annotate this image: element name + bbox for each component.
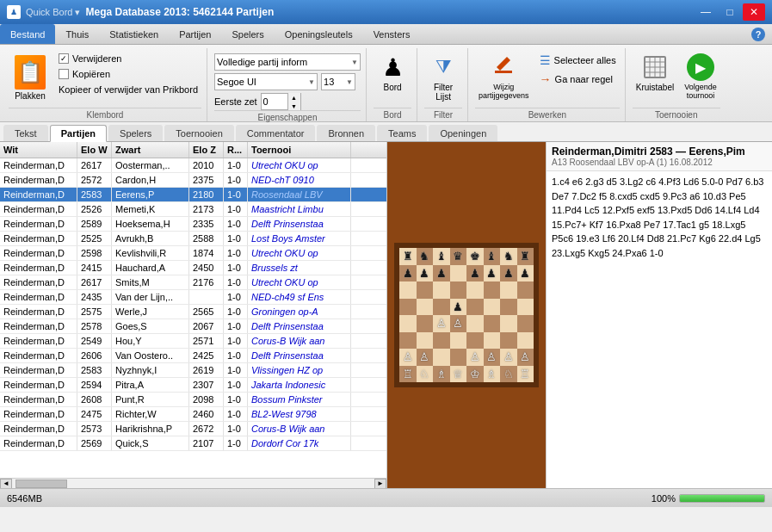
chess-square bbox=[500, 315, 517, 332]
chess-square: ♙ bbox=[466, 349, 484, 366]
table-row[interactable]: Reinderman,D2617Smits,M21761-0Utrecht OK… bbox=[0, 275, 386, 290]
plakken-button[interactable]: 📋 Plakken bbox=[9, 52, 52, 104]
tab-toernooien[interactable]: Toernooien bbox=[164, 125, 233, 141]
chess-square bbox=[466, 281, 484, 299]
table-row[interactable]: Reinderman,D2435Van der Lijn,..1-0NED-ch… bbox=[0, 290, 386, 305]
table-cell: 2565 bbox=[189, 305, 224, 319]
bewerken-col: ☰ Selecteer alles → Ga naar regel bbox=[536, 52, 620, 88]
kopieer-prikbord-button[interactable]: Kopieer of verwijder van Prikbord bbox=[55, 83, 201, 96]
wijzig-button[interactable]: Wijzigpartijgegevens bbox=[475, 52, 533, 102]
menu-thuis[interactable]: Thuis bbox=[55, 24, 99, 44]
help-button[interactable]: ? bbox=[744, 24, 772, 44]
table-row[interactable]: Reinderman,D2475Richter,W24601-0BL2-West… bbox=[0, 407, 386, 422]
spin-up[interactable]: ▲ bbox=[288, 93, 300, 102]
menu-openingsleutels[interactable]: Openingsleutels bbox=[275, 24, 363, 44]
menu-bestand[interactable]: Bestand bbox=[0, 24, 55, 44]
verwijderen-button[interactable]: ✓ Verwijderen bbox=[55, 52, 201, 65]
scroll-thumb[interactable] bbox=[15, 479, 67, 488]
font-row: Segoe UI ▼ 13 ▼ bbox=[214, 73, 355, 90]
table-cell: 2606 bbox=[77, 349, 112, 362]
partij-info-dropdown[interactable]: Volledige partij inform ▼ bbox=[214, 53, 361, 71]
title-bar-left: ♟ Quick Bord ▾ Mega Database 2013: 54621… bbox=[7, 5, 274, 19]
kopieren-button[interactable]: Kopiëren bbox=[55, 67, 201, 81]
tab-partijen[interactable]: Partijen bbox=[50, 125, 107, 142]
filter-lijst-button[interactable]: ⧩ FilterLijst bbox=[424, 52, 462, 103]
eerste-zet-input[interactable] bbox=[262, 96, 287, 107]
table-cell: Oosterman,.. bbox=[112, 158, 189, 172]
tab-commentator[interactable]: Commentator bbox=[236, 125, 316, 141]
bord-button[interactable]: ♟ Bord bbox=[374, 52, 411, 94]
chess-square: ♟ bbox=[433, 265, 450, 282]
kruistabel-button[interactable]: Kruistabel bbox=[633, 52, 677, 94]
chess-square: ♟ bbox=[484, 265, 501, 282]
table-row[interactable]: Reinderman,D2525Avrukh,B25881-0Lost Boys… bbox=[0, 232, 386, 246]
maximize-button[interactable]: □ bbox=[719, 3, 741, 21]
scroll-right[interactable]: ► bbox=[374, 479, 386, 489]
table-cell: 1-0 bbox=[224, 217, 248, 231]
table-row[interactable]: Reinderman,D2578Goes,S20671-0Delft Prins… bbox=[0, 319, 386, 334]
th-wit: Wit bbox=[0, 142, 77, 158]
tab-bronnen[interactable]: Bronnen bbox=[317, 125, 375, 141]
selecteer-alles-button[interactable]: ☰ Selecteer alles bbox=[536, 52, 620, 69]
menu-vensters[interactable]: Vensters bbox=[363, 24, 421, 44]
partij-info-arrow: ▼ bbox=[349, 59, 358, 66]
tab-spelers[interactable]: Spelers bbox=[108, 125, 163, 141]
minimize-button[interactable]: — bbox=[695, 3, 717, 21]
font-dropdown[interactable]: Segoe UI ▼ bbox=[214, 73, 318, 90]
eerste-zet-spin[interactable]: ▲ ▼ bbox=[261, 93, 301, 110]
table-cell: 2608 bbox=[77, 393, 112, 406]
kopieren-checkbox[interactable] bbox=[59, 69, 69, 79]
ribbon-toernooien: Kruistabel ▶ Volgendetournooi Toernooien bbox=[627, 48, 726, 121]
tab-openingen[interactable]: Openingen bbox=[429, 125, 497, 141]
tab-teams[interactable]: Teams bbox=[377, 125, 427, 141]
chess-square bbox=[399, 332, 417, 350]
scroll-left[interactable]: ◄ bbox=[0, 479, 12, 489]
table-row[interactable]: Reinderman,D2608Punt,R20981-0Bossum Pink… bbox=[0, 393, 386, 407]
volgende-toernooi-button[interactable]: ▶ Volgendetournooi bbox=[681, 52, 720, 102]
menu-spelers[interactable]: Spelers bbox=[221, 24, 274, 44]
table-row[interactable]: Reinderman,D2594Pitra,A23071-0Jakarta In… bbox=[0, 378, 386, 393]
table-cell: 1-0 bbox=[224, 305, 248, 319]
tab-tekst[interactable]: Tekst bbox=[3, 125, 48, 141]
menu-statistieken[interactable]: Statistieken bbox=[99, 24, 169, 44]
table-cell: Quick,S bbox=[112, 436, 189, 450]
ga-naar-regel-button[interactable]: → Ga naar regel bbox=[536, 71, 620, 88]
table-cell: Utrecht OKU op bbox=[248, 246, 351, 260]
table-cell: 1874 bbox=[189, 246, 224, 260]
table-row[interactable]: Reinderman,D2572Cardon,H23751-0NED-chT 0… bbox=[0, 173, 386, 188]
table-row[interactable]: Reinderman,D2598Kevlishvili,R18741-0Utre… bbox=[0, 246, 386, 261]
table-body[interactable]: Reinderman,D2617Oosterman,..20101-0Utrec… bbox=[0, 158, 386, 478]
chess-square: ♙ bbox=[500, 349, 517, 366]
chess-square bbox=[484, 281, 501, 299]
table-row[interactable]: Reinderman,D2526Memeti,K21731-0Maastrich… bbox=[0, 202, 386, 217]
notation-body[interactable]: 1.c4 e6 2.g3 d5 3.Lg2 c6 4.Pf3 Ld6 5.0-0… bbox=[547, 171, 772, 488]
quick-access: Quick Bord ▾ bbox=[26, 7, 80, 18]
table-row[interactable]: Reinderman,D2575Werle,J25651-0Groningen … bbox=[0, 305, 386, 319]
chess-square bbox=[433, 349, 450, 366]
table-row[interactable]: Reinderman,D2589Hoeksema,H23351-0Delft P… bbox=[0, 217, 386, 232]
chess-square: ♜ bbox=[517, 248, 534, 265]
table-row[interactable]: Reinderman,D2569Quick,S21071-0Dordorf Co… bbox=[0, 436, 386, 451]
table-row[interactable]: Reinderman,D2583Nyzhnyk,I26191-0Vlissing… bbox=[0, 363, 386, 378]
verwijderen-checkbox[interactable]: ✓ bbox=[59, 53, 69, 64]
menu-partijen[interactable]: Partijen bbox=[169, 24, 221, 44]
table-row[interactable]: Reinderman,D2583Eerens,P21801-0Roosendaa… bbox=[0, 188, 386, 202]
table-cell: 2526 bbox=[77, 202, 112, 216]
table-row[interactable]: Reinderman,D2573Harikrishna,P26721-0Coru… bbox=[0, 422, 386, 436]
table-row[interactable]: Reinderman,D2549Hou,Y25711-0Corus-B Wijk… bbox=[0, 334, 386, 349]
table-cell: 2010 bbox=[189, 158, 224, 172]
table-row[interactable]: Reinderman,D2617Oosterman,..20101-0Utrec… bbox=[0, 158, 386, 173]
table-cell: Punt,R bbox=[112, 393, 189, 406]
chess-square: ♙ bbox=[433, 315, 450, 332]
table-row[interactable]: Reinderman,D2415Hauchard,A24501-0Brussel… bbox=[0, 261, 386, 275]
fontsize-arrow: ▼ bbox=[344, 78, 353, 86]
horizontal-scrollbar[interactable]: ◄ ► bbox=[0, 478, 386, 488]
spin-down[interactable]: ▼ bbox=[288, 102, 300, 110]
close-button[interactable]: ✕ bbox=[743, 3, 765, 21]
eerste-zet-row: Eerste zet ▲ ▼ bbox=[214, 93, 301, 110]
chess-square: ♖ bbox=[517, 366, 534, 383]
table-cell: 2067 bbox=[189, 319, 224, 333]
main-content: Wit Elo W Zwart Elo Z R... Toernooi Rein… bbox=[0, 142, 772, 488]
table-row[interactable]: Reinderman,D2606Van Oostero..24251-0Delf… bbox=[0, 349, 386, 363]
fontsize-dropdown[interactable]: 13 ▼ bbox=[321, 73, 355, 90]
